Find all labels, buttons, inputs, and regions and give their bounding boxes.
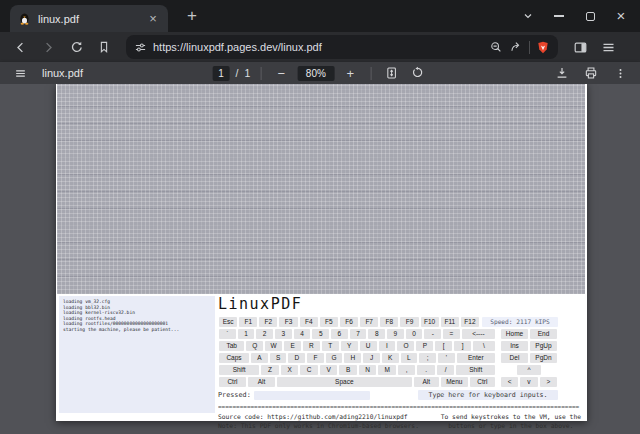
key-button[interactable]: - — [424, 329, 441, 339]
key-button[interactable]: Y — [341, 341, 358, 351]
pdf-more-options-icon[interactable] — [610, 63, 630, 83]
key-button[interactable]: V — [320, 365, 338, 375]
key-button[interactable]: S — [270, 353, 287, 363]
key-button[interactable]: F9 — [400, 317, 418, 327]
key-button[interactable]: ; — [419, 353, 436, 363]
key-button[interactable]: F1 — [239, 317, 257, 327]
browser-menu-icon[interactable] — [596, 35, 620, 59]
key-button[interactable]: N — [359, 365, 377, 375]
key-button[interactable]: Shift — [219, 365, 259, 375]
key-button[interactable]: > — [540, 377, 557, 387]
key-button[interactable]: Alt — [248, 377, 275, 387]
browser-tab[interactable]: linux.pdf × — [10, 5, 168, 32]
key-button[interactable]: , — [398, 365, 416, 375]
key-button[interactable]: T — [322, 341, 339, 351]
zoom-level-input[interactable]: 80% — [297, 66, 334, 81]
key-button[interactable]: ' — [438, 353, 455, 363]
rotate-button[interactable] — [407, 63, 427, 83]
zoom-out-page-icon[interactable] — [489, 40, 503, 54]
key-button[interactable]: Shift — [456, 365, 495, 375]
back-button[interactable] — [8, 35, 32, 59]
key-button[interactable]: H — [344, 353, 361, 363]
key-button[interactable]: PgDn — [530, 353, 557, 363]
key-button[interactable]: End — [530, 329, 557, 339]
key-button[interactable]: Ctrl — [219, 377, 246, 387]
download-button[interactable] — [552, 63, 572, 83]
url-bar[interactable]: https://linuxpdf.pages.dev/linux.pdf — [126, 35, 558, 59]
key-button[interactable]: I — [379, 341, 396, 351]
print-button[interactable] — [581, 63, 601, 83]
key-button[interactable]: 5 — [312, 329, 329, 339]
key-button[interactable]: R — [303, 341, 320, 351]
key-button[interactable]: U — [360, 341, 377, 351]
key-button[interactable]: Del — [501, 353, 528, 363]
key-button[interactable]: 1 — [238, 329, 255, 339]
brave-shield-icon[interactable] — [536, 40, 550, 55]
key-button[interactable]: Enter — [457, 353, 495, 363]
key-button[interactable]: ] — [454, 341, 471, 351]
key-button[interactable]: ^ — [517, 365, 541, 375]
maximize-button[interactable] — [583, 9, 597, 23]
key-button[interactable]: C — [300, 365, 318, 375]
key-button[interactable]: v — [520, 377, 537, 387]
bookmark-icon[interactable] — [92, 35, 116, 59]
key-button[interactable]: K — [382, 353, 399, 363]
key-button[interactable]: W — [265, 341, 282, 351]
key-button[interactable]: L — [401, 353, 418, 363]
page-number-input[interactable]: 1 — [213, 66, 230, 81]
key-button[interactable]: O — [397, 341, 414, 351]
minimize-button[interactable] — [552, 9, 566, 23]
url-text[interactable]: https://linuxpdf.pages.dev/linux.pdf — [153, 41, 483, 53]
fit-page-button[interactable] — [381, 63, 401, 83]
key-button[interactable]: <---- — [462, 329, 495, 339]
zoom-out-button[interactable]: − — [271, 63, 291, 83]
key-button[interactable]: ` — [219, 329, 236, 339]
key-button[interactable]: E — [284, 341, 301, 351]
key-button[interactable]: PgUp — [530, 341, 557, 351]
tab-search-chevron-icon[interactable] — [521, 9, 535, 23]
reload-button[interactable] — [64, 35, 88, 59]
key-button[interactable]: 3 — [275, 329, 292, 339]
key-button[interactable]: F6 — [340, 317, 358, 327]
window-close-button[interactable]: × — [614, 9, 628, 23]
key-button[interactable]: Ins — [501, 341, 528, 351]
key-button[interactable]: 4 — [294, 329, 311, 339]
key-button[interactable]: B — [339, 365, 357, 375]
key-button[interactable]: D — [288, 353, 305, 363]
key-button[interactable]: Alt — [414, 377, 439, 387]
key-button[interactable]: 9 — [387, 329, 404, 339]
key-button[interactable]: F11 — [441, 317, 459, 327]
key-button[interactable]: F7 — [360, 317, 378, 327]
zoom-in-button[interactable]: + — [340, 63, 360, 83]
key-button[interactable]: F4 — [300, 317, 318, 327]
key-button[interactable]: Esc — [219, 317, 237, 327]
key-button[interactable]: A — [251, 353, 268, 363]
key-button[interactable]: J — [363, 353, 380, 363]
key-button[interactable]: / — [437, 365, 455, 375]
key-button[interactable]: F5 — [320, 317, 338, 327]
key-button[interactable]: 8 — [368, 329, 385, 339]
key-button[interactable]: F10 — [421, 317, 439, 327]
key-button[interactable]: 6 — [331, 329, 348, 339]
forward-button[interactable] — [36, 35, 60, 59]
key-button[interactable]: < — [501, 377, 518, 387]
key-button[interactable]: P — [416, 341, 433, 351]
key-button[interactable]: 0 — [406, 329, 423, 339]
key-button[interactable]: Caps — [219, 353, 249, 363]
key-button[interactable]: . — [417, 365, 435, 375]
key-button[interactable]: X — [281, 365, 299, 375]
pdf-viewport[interactable]: loading vm_32.cfgloading bbl32.binloadin… — [0, 84, 640, 434]
key-button[interactable]: M — [378, 365, 396, 375]
key-button[interactable]: F — [307, 353, 324, 363]
key-button[interactable]: \ — [473, 341, 495, 351]
key-button[interactable]: Z — [261, 365, 279, 375]
keyboard-text-input[interactable]: Type here for keyboard inputs. — [418, 390, 558, 400]
key-button[interactable]: F8 — [380, 317, 398, 327]
key-button[interactable]: 7 — [350, 329, 367, 339]
tab-close-icon[interactable]: × — [146, 12, 160, 25]
key-button[interactable]: 2 — [256, 329, 273, 339]
key-button[interactable]: = — [443, 329, 460, 339]
key-button[interactable]: [ — [435, 341, 452, 351]
share-icon[interactable] — [509, 40, 523, 54]
key-button[interactable]: G — [326, 353, 343, 363]
